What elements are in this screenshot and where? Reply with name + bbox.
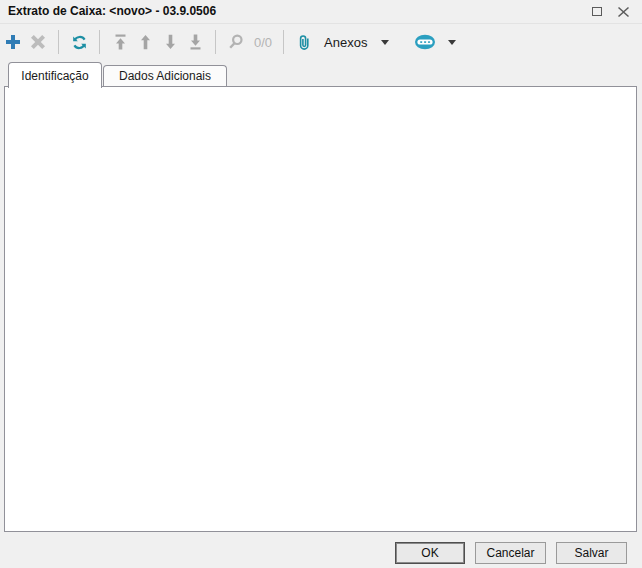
plus-icon xyxy=(6,35,20,49)
arrow-to-bottom-icon xyxy=(189,34,202,50)
move-up-button[interactable] xyxy=(136,30,154,54)
maximize-icon xyxy=(592,7,603,17)
move-first-button[interactable] xyxy=(111,30,129,54)
dialog-extrato-de-caixa: Extrato de Caixa: <novo> - 03.9.0506 xyxy=(0,0,642,568)
toolbar-separator xyxy=(283,30,284,54)
arrow-down-icon xyxy=(164,34,177,50)
salvar-button[interactable]: Salvar xyxy=(556,542,627,564)
record-counter: 0/0 xyxy=(254,35,272,50)
identificacao-panel xyxy=(4,86,637,532)
arrow-to-top-icon xyxy=(114,34,127,50)
tab-identificacao-label: Identificação xyxy=(21,69,88,83)
close-icon xyxy=(618,7,629,17)
tab-identificacao[interactable]: Identificação xyxy=(8,62,102,88)
anexos-label[interactable]: Anexos xyxy=(324,35,367,50)
chevron-down-icon xyxy=(381,40,389,49)
toolbar: 0/0 Anexos xyxy=(4,26,461,58)
tab-dados-adicionais-label: Dados Adicionais xyxy=(119,69,211,83)
add-button[interactable] xyxy=(4,30,22,54)
paperclip-icon xyxy=(297,34,311,51)
search-icon xyxy=(228,34,244,50)
refresh-button[interactable] xyxy=(70,30,88,54)
card-icon xyxy=(414,34,436,50)
toolbar-separator xyxy=(58,30,59,54)
tab-dados-adicionais[interactable]: Dados Adicionais xyxy=(103,65,227,86)
anexos-dropdown-button[interactable] xyxy=(376,30,394,54)
arrow-up-icon xyxy=(139,34,152,50)
move-last-button[interactable] xyxy=(186,30,204,54)
close-button[interactable] xyxy=(612,3,634,20)
window-title: Extrato de Caixa: <novo> - 03.9.0506 xyxy=(8,4,216,18)
ok-button[interactable]: OK xyxy=(395,542,465,564)
refresh-icon xyxy=(71,34,88,51)
cancelar-button[interactable]: Cancelar xyxy=(475,542,546,564)
delete-x-icon xyxy=(31,35,45,49)
search-button[interactable] xyxy=(227,30,245,54)
card-tool-button[interactable] xyxy=(414,30,436,54)
maximize-button[interactable] xyxy=(586,3,608,20)
anexos-button[interactable] xyxy=(295,30,313,54)
toolbar-separator xyxy=(99,30,100,54)
delete-button[interactable] xyxy=(29,30,47,54)
toolbar-separator xyxy=(215,30,216,54)
chevron-down-icon xyxy=(448,40,456,49)
card-dropdown-button[interactable] xyxy=(443,30,461,54)
move-down-button[interactable] xyxy=(161,30,179,54)
title-bar: Extrato de Caixa: <novo> - 03.9.0506 xyxy=(0,0,642,24)
